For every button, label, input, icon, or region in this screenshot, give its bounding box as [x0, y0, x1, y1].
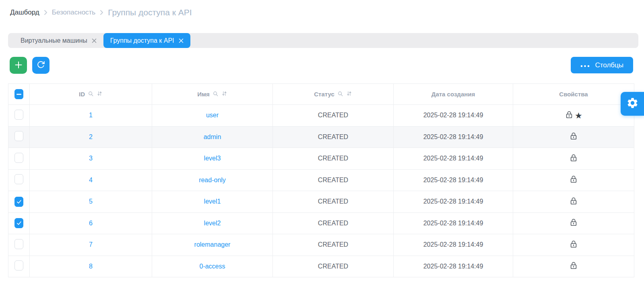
column-label: Дата создания	[431, 91, 475, 98]
star-icon: ★	[575, 111, 582, 120]
row-properties-cell	[513, 256, 634, 277]
row-properties-cell	[513, 169, 634, 191]
row-checkbox-cell	[8, 256, 30, 277]
close-icon[interactable]	[179, 38, 184, 43]
table-row: 4 read-only CREATED 2025-02-28 19:14:49	[8, 169, 634, 191]
row-checkbox[interactable]	[14, 153, 23, 163]
row-properties-cell	[513, 212, 634, 234]
row-name-link[interactable]: level2	[204, 220, 221, 227]
row-name-link[interactable]: read-only	[199, 177, 226, 183]
row-id-link[interactable]: 2	[89, 133, 93, 140]
row-status: CREATED	[273, 256, 394, 277]
row-created-date: 2025-02-28 19:14:49	[394, 148, 513, 170]
lock-icon	[569, 261, 578, 272]
row-checkbox[interactable]	[14, 174, 23, 184]
row-checkbox[interactable]	[14, 197, 23, 207]
column-label: ID	[79, 91, 85, 98]
row-properties-cell	[513, 148, 634, 170]
add-button[interactable]	[10, 57, 27, 74]
sort-icon[interactable]	[97, 90, 103, 98]
breadcrumb-item-dashboard[interactable]: Дашборд	[10, 8, 39, 17]
row-checkbox-cell	[8, 234, 30, 256]
row-name-link[interactable]: level1	[204, 198, 221, 205]
table-row: 2 admin CREATED 2025-02-28 19:14:49	[8, 126, 634, 148]
breadcrumb: Дашборд Безопасность Группы доступа к AP…	[10, 8, 192, 17]
column-header-id[interactable]: ID	[30, 84, 152, 105]
tab-api-access-groups[interactable]: Группы доступа к API	[103, 33, 190, 48]
lock-icon	[569, 131, 578, 142]
row-created-date: 2025-02-28 19:14:49	[394, 191, 513, 213]
row-id-link[interactable]: 3	[89, 155, 93, 162]
column-header-name[interactable]: Имя	[152, 84, 273, 105]
lock-icon	[569, 239, 578, 250]
row-checkbox-cell	[8, 212, 30, 234]
row-checkbox-cell	[8, 126, 30, 148]
row-properties-cell	[513, 191, 634, 213]
row-created-date: 2025-02-28 19:14:49	[394, 169, 513, 191]
select-all-checkbox[interactable]	[14, 89, 23, 99]
row-checkbox[interactable]	[14, 260, 23, 271]
row-created-date: 2025-02-28 19:14:49	[394, 212, 513, 234]
row-status: CREATED	[273, 234, 394, 256]
row-id-link[interactable]: 5	[89, 198, 93, 205]
table-row: 8 0-access CREATED 2025-02-28 19:14:49	[8, 256, 634, 277]
row-status: CREATED	[273, 105, 394, 127]
table-row: 1 user CREATED 2025-02-28 19:14:49 ★	[8, 105, 634, 127]
lock-icon	[569, 196, 578, 207]
row-checkbox[interactable]	[14, 131, 23, 141]
ellipsis-icon	[580, 61, 590, 69]
columns-button[interactable]: Столбцы	[571, 57, 633, 73]
row-checkbox[interactable]	[14, 239, 23, 249]
search-icon[interactable]	[88, 91, 94, 98]
settings-flyout-button[interactable]	[621, 92, 644, 116]
table-row: 6 level2 CREATED 2025-02-28 19:14:49	[8, 212, 634, 234]
row-created-date: 2025-02-28 19:14:49	[394, 234, 513, 256]
row-properties-cell	[513, 126, 634, 148]
row-name-link[interactable]: 0-access	[199, 263, 225, 270]
row-id-link[interactable]: 6	[89, 220, 93, 227]
lock-icon	[569, 153, 578, 164]
row-name-link[interactable]: admin	[204, 133, 221, 140]
row-id-link[interactable]: 1	[89, 112, 93, 119]
column-header-status[interactable]: Статус	[273, 84, 394, 105]
sort-icon[interactable]	[221, 90, 227, 98]
lock-icon	[565, 110, 574, 121]
breadcrumb-item-security[interactable]: Безопасность	[52, 8, 95, 17]
tab-virtual-machines[interactable]: Виртуальные машины	[14, 33, 103, 48]
row-checkbox[interactable]	[14, 110, 23, 120]
row-name-link[interactable]: rolemanager	[194, 241, 231, 248]
column-label: Свойства	[559, 91, 588, 98]
gear-icon	[626, 97, 639, 111]
table-header-row: ID Имя Статус Дата	[8, 84, 634, 105]
columns-button-label: Столбцы	[595, 61, 623, 69]
row-created-date: 2025-02-28 19:14:49	[394, 256, 513, 277]
row-created-date: 2025-02-28 19:14:49	[394, 105, 513, 127]
row-id-link[interactable]: 8	[89, 263, 93, 270]
select-all-cell	[8, 84, 30, 105]
chevron-right-icon	[100, 10, 103, 15]
tab-bar: Виртуальные машины Группы доступа к API	[8, 33, 638, 48]
row-checkbox[interactable]	[14, 218, 23, 228]
lock-icon	[569, 175, 578, 185]
row-id-link[interactable]: 7	[89, 241, 93, 248]
row-name-link[interactable]: level3	[204, 155, 221, 162]
column-label: Статус	[314, 91, 334, 98]
row-status: CREATED	[273, 169, 394, 191]
tab-label: Виртуальные машины	[21, 37, 87, 44]
row-status: CREATED	[273, 126, 394, 148]
breadcrumb-item-current: Группы доступа к API	[108, 8, 192, 17]
row-name-link[interactable]: user	[206, 112, 219, 119]
refresh-button[interactable]	[32, 57, 50, 74]
close-icon[interactable]	[92, 38, 97, 43]
row-checkbox-cell	[8, 148, 30, 170]
search-icon[interactable]	[213, 91, 219, 98]
search-icon[interactable]	[337, 91, 343, 98]
plus-icon	[14, 61, 23, 70]
row-status: CREATED	[273, 148, 394, 170]
table-row: 3 level3 CREATED 2025-02-28 19:14:49	[8, 148, 634, 170]
row-id-link[interactable]: 4	[89, 177, 93, 183]
table-row: 7 rolemanager CREATED 2025-02-28 19:14:4…	[8, 234, 634, 256]
sort-icon[interactable]	[346, 90, 352, 98]
api-groups-table: ID Имя Статус Дата	[8, 83, 634, 277]
row-checkbox-cell	[8, 191, 30, 213]
